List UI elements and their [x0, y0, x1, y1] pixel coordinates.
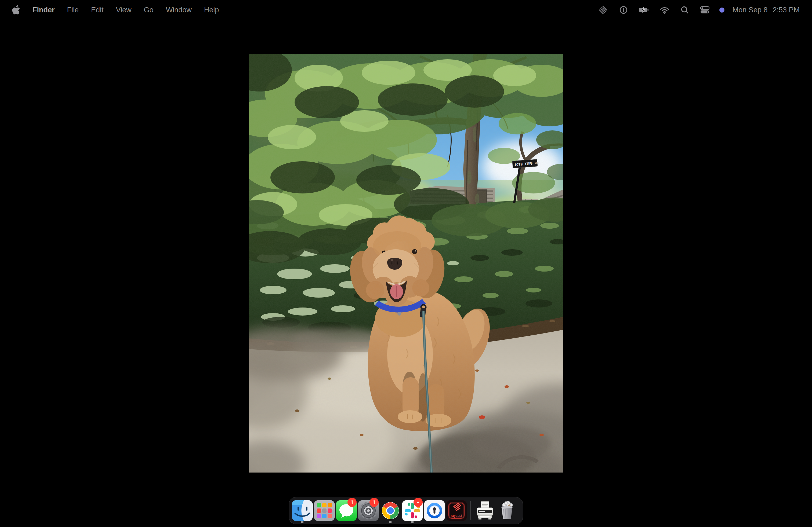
dock-item-raycast[interactable]: raycast	[446, 497, 467, 524]
raycast-icon: raycast	[446, 500, 467, 521]
notification-badge: 1	[369, 498, 379, 507]
raycast-wordmark: raycast	[451, 514, 462, 517]
onepassword-menu-icon[interactable]	[613, 0, 634, 20]
printer-icon	[475, 500, 495, 521]
onepassword-icon	[424, 500, 445, 521]
dock-item-printer[interactable]	[474, 497, 496, 524]
wifi-icon[interactable]	[654, 0, 675, 20]
control-center-icon[interactable]	[695, 0, 715, 20]
menu-clock[interactable]: Mon Sep 8 2:53 PM	[733, 6, 800, 14]
photo-viewer: 10TH TER 1000 - 1099	[249, 54, 563, 472]
notification-badge: •	[414, 498, 423, 507]
clock-time: 2:53 PM	[772, 6, 800, 14]
trash-full-icon	[496, 500, 518, 521]
apple-icon	[12, 4, 21, 16]
menu-view[interactable]: View	[110, 0, 138, 20]
launchpad-icon	[314, 500, 335, 521]
menu-help[interactable]: Help	[198, 0, 225, 20]
clock-date: Mon Sep 8	[733, 6, 768, 14]
battery-charging-icon[interactable]	[634, 0, 654, 20]
dock: 1 1	[289, 497, 523, 524]
apple-menu[interactable]	[11, 4, 26, 16]
notification-badge: 1	[347, 498, 357, 507]
chrome-icon	[380, 500, 401, 521]
dog-park-photo: 10TH TER 1000 - 1099	[249, 54, 563, 472]
menu-edit[interactable]: Edit	[85, 0, 110, 20]
dock-item-chrome[interactable]	[379, 497, 402, 524]
dock-item-finder[interactable]	[291, 497, 313, 524]
dock-item-launchpad[interactable]	[313, 497, 335, 524]
menu-go[interactable]: Go	[138, 0, 160, 20]
running-indicator	[389, 521, 392, 523]
running-indicator	[411, 521, 414, 523]
focus-indicator-dot[interactable]	[719, 7, 724, 13]
running-indicator	[301, 521, 304, 523]
dock-item-1password[interactable]	[423, 497, 446, 524]
dock-item-settings[interactable]: 1	[358, 497, 379, 524]
finder-icon	[292, 500, 313, 521]
dock-item-messages[interactable]: 1	[335, 497, 358, 524]
dock-divider	[470, 501, 471, 520]
spotlight-search-icon[interactable]	[675, 0, 695, 20]
menu-window[interactable]: Window	[160, 0, 198, 20]
dock-item-slack[interactable]: •	[402, 497, 423, 524]
status-area: Mon Sep 8 2:53 PM	[593, 0, 800, 20]
menu-finder[interactable]: Finder	[26, 0, 61, 20]
menu-bar: Finder File Edit View Go Window Help	[0, 0, 812, 20]
app-menus: Finder File Edit View Go Window Help	[11, 0, 225, 20]
dock-item-trash[interactable]	[496, 497, 518, 524]
menu-file[interactable]: File	[61, 0, 85, 20]
pointer-stripes-icon[interactable]	[593, 0, 613, 20]
